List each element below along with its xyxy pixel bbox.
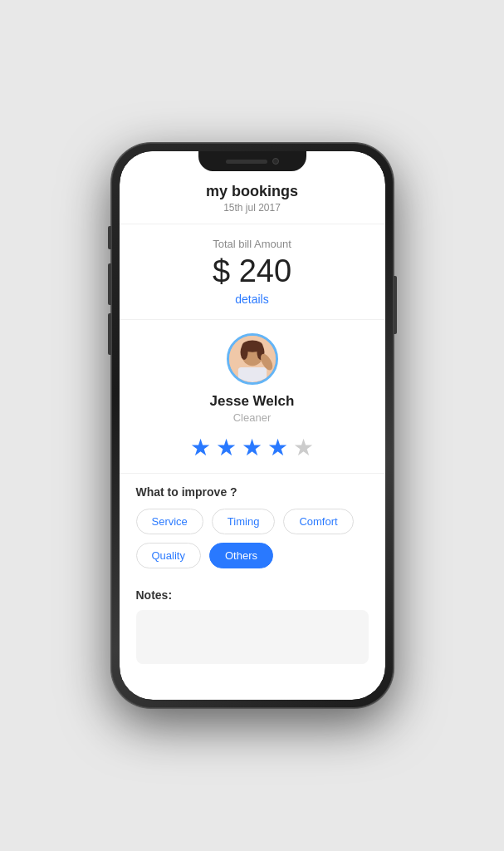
avatar [227,333,278,385]
svg-rect-2 [237,367,266,382]
status-bar [120,151,385,175]
booking-date: 15th jul 2017 [136,202,369,214]
volume-down-button [108,313,111,355]
improve-title: What to improve ? [136,485,369,499]
page-header: my bookings 15th jul 2017 [120,175,385,224]
speaker [226,160,267,164]
chip-others[interactable]: Others [209,543,273,568]
notch [198,151,306,171]
volume-mute-button [108,226,111,249]
bill-amount: $ 240 [136,253,369,289]
star-5[interactable]: ★ [293,434,314,461]
page-title: my bookings [136,183,369,200]
chips-container: Service Timing Comfort Quality Others [136,509,369,568]
details-link[interactable]: details [136,293,369,306]
volume-up-button [108,263,111,305]
bill-label: Total bill Amount [136,238,369,250]
star-3[interactable]: ★ [242,434,262,461]
cleaner-name: Jesse Welch [136,393,369,410]
chip-service[interactable]: Service [136,509,203,534]
scrollable-content[interactable]: my bookings 15th jul 2017 Total bill Amo… [120,175,385,700]
app-screen: my bookings 15th jul 2017 Total bill Amo… [120,151,385,700]
phone-screen: my bookings 15th jul 2017 Total bill Amo… [120,151,385,700]
notes-input[interactable] [136,610,369,664]
svg-point-5 [240,345,247,360]
chip-quality[interactable]: Quality [136,543,201,568]
star-2[interactable]: ★ [216,434,237,461]
star-4[interactable]: ★ [267,434,288,461]
rating-stars[interactable]: ★ ★ ★ ★ ★ [136,434,369,461]
power-button [394,276,397,334]
bill-section: Total bill Amount $ 240 details [120,224,385,320]
chip-comfort[interactable]: Comfort [283,509,353,534]
chip-timing[interactable]: Timing [212,509,276,534]
improve-section: What to improve ? Service Timing Comfort… [120,474,385,577]
front-camera [272,158,279,165]
cleaner-role: Cleaner [136,411,369,424]
profile-section: Jesse Welch Cleaner ★ ★ ★ ★ ★ [120,320,385,474]
notes-section: Notes: [120,577,385,676]
notes-label: Notes: [136,588,369,602]
star-1[interactable]: ★ [190,434,211,461]
phone-frame: my bookings 15th jul 2017 Total bill Amo… [111,143,394,708]
